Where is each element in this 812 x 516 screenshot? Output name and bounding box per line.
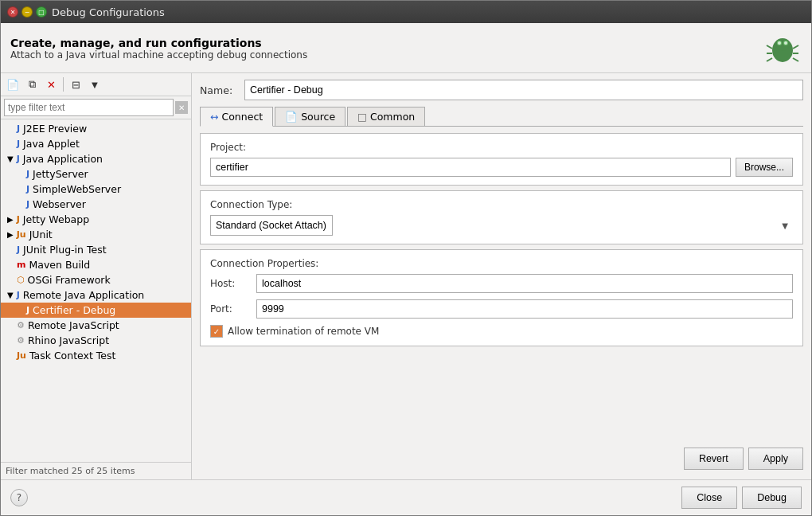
tree-label: Remote Java Application [23,289,144,301]
filter-status: Filter matched 25 of 25 items [1,462,191,479]
allow-termination-row: ✓ Allow termination of remote VM [210,325,793,338]
connect-tab-label: Connect [221,111,263,123]
host-label: Host: [210,278,250,289]
name-row: Name: [200,80,803,100]
right-bottom-buttons: Revert Apply [200,443,803,473]
tree-icon: J [26,199,29,209]
dropdown-arrow-icon: ▼ [782,221,788,230]
connect-tab-icon: ↔ [210,111,218,123]
tree-item-jetty-webapp[interactable]: ▶ J Jetty Webapp [1,212,191,227]
tree-item-webserver[interactable]: J Webserver [1,197,191,212]
window-footer: ? Close Debug [1,479,811,515]
collapse-all-button[interactable]: ⊟ [67,76,84,93]
header-area: Create, manage, and run configurations A… [1,23,811,73]
tree-item-jetty-server[interactable]: J JettyServer [1,166,191,182]
toolbar-separator [63,77,64,92]
common-tab-label: Common [370,111,415,123]
tree-item-java-applet[interactable]: J Java Applet [1,136,191,151]
revert-button[interactable]: Revert [684,448,744,470]
left-panel: 📄 ⧉ ✕ ⊟ ▼ ✕ J J2EE Preview J [1,73,192,479]
host-input[interactable] [256,274,793,293]
tree-icon: J [26,184,29,194]
tree-icon: ⚙ [17,320,25,330]
tabs-row: ↔ Connect 📄 Source □ Common [200,107,803,127]
tree-label: Maven Build [29,259,90,271]
right-panel: Name: ↔ Connect 📄 Source □ Common [192,73,811,479]
browse-button[interactable]: Browse... [736,158,793,177]
tree-toggle-icon: ▶ [7,230,14,239]
filter-button[interactable]: ▼ [86,76,103,93]
tab-source[interactable]: 📄 Source [275,107,345,126]
tree-icon: J [26,169,29,179]
tree-item-osgi[interactable]: ⬡ OSGi Framework [1,272,191,287]
debug-configurations-window: ✕ − □ Debug Configurations Create, manag… [0,0,812,516]
connection-type-select[interactable]: Standard (Socket Attach) [210,215,333,236]
project-section-label: Project: [210,142,793,153]
close-button[interactable]: Close [681,487,737,509]
tree-toggle-icon: ▶ [7,215,14,224]
tree-icon: J [17,214,20,225]
tree-item-simple-web-server[interactable]: J SimpleWebServer [1,182,191,197]
tree-item-task-context[interactable]: Ju Task Context Test [1,348,191,363]
tree-icon: J [17,154,20,164]
apply-button[interactable]: Apply [748,448,803,470]
tree-label: JettyServer [33,168,88,180]
tree-label: JUnit Plug-in Test [23,244,106,256]
tree-item-junit[interactable]: ▶ Ju JUnit [1,227,191,242]
delete-config-button[interactable]: ✕ [42,76,60,93]
maximize-window-button[interactable]: □ [36,6,47,18]
connection-props-section: Connection Properties: Host: Port: ✓ All… [200,249,803,346]
tree-label: Remote JavaScript [28,319,119,331]
tree-icon: J [17,290,20,300]
tree-item-remote-js[interactable]: ⚙ Remote JavaScript [1,318,191,333]
config-tree: J J2EE Preview J Java Applet ▼ J Java Ap… [1,119,191,462]
window-title: Debug Configurations [52,6,165,18]
svg-line-6 [767,58,772,61]
tree-label: Certifier - Debug [33,304,115,316]
tree-icon: J [17,244,20,255]
window-controls: ✕ − □ [7,6,47,18]
search-input[interactable] [4,99,174,116]
search-box: ✕ [1,96,191,119]
tab-common[interactable]: □ Common [347,107,425,126]
new-config-button[interactable]: 📄 [4,76,21,93]
close-window-button[interactable]: ✕ [7,6,18,18]
tree-icon: Ju [17,229,26,240]
tab-connect[interactable]: ↔ Connect [200,107,273,127]
allow-termination-checkbox[interactable]: ✓ [210,325,223,338]
name-label: Name: [200,84,238,96]
port-row: Port: [210,299,793,319]
tree-label: Java Application [23,153,103,165]
debug-button[interactable]: Debug [742,487,802,509]
bug-icon [763,29,802,68]
help-button[interactable]: ? [10,489,28,506]
tree-label: J2EE Preview [23,123,87,135]
project-input[interactable] [210,158,731,177]
tree-item-certifier-debug[interactable]: J Certifier - Debug [1,303,191,318]
tree-toggle-icon: ▼ [7,154,14,163]
minimize-window-button[interactable]: − [21,6,33,18]
tree-label: Webserver [33,198,86,210]
svg-line-7 [793,45,798,49]
search-clear-button[interactable]: ✕ [175,101,188,114]
tree-icon: ⬡ [17,275,25,285]
tree-label: Jetty Webapp [23,213,89,225]
common-tab-icon: □ [357,111,367,123]
tree-item-rhino-js[interactable]: ⚙ Rhino JavaScript [1,333,191,348]
tree-icon: m [17,260,25,270]
host-row: Host: [210,274,793,293]
left-toolbar: 📄 ⧉ ✕ ⊟ ▼ [1,73,191,96]
tree-item-junit-plugin[interactable]: J JUnit Plug-in Test [1,242,191,257]
port-input[interactable] [256,299,793,319]
tree-item-remote-java[interactable]: ▼ J Remote Java Application [1,287,191,303]
tree-item-maven[interactable]: m Maven Build [1,257,191,272]
duplicate-config-button[interactable]: ⧉ [23,76,41,93]
connection-type-dropdown-wrapper: Standard (Socket Attach) ▼ [210,215,793,236]
tree-item-j2ee[interactable]: J J2EE Preview [1,121,191,136]
connection-props-label: Connection Properties: [210,258,793,269]
title-bar: ✕ − □ Debug Configurations [1,1,811,23]
connection-type-section: Connection Type: Standard (Socket Attach… [200,190,803,244]
source-tab-icon: 📄 [285,111,298,123]
name-input[interactable] [244,80,803,100]
tree-item-java-application[interactable]: ▼ J Java Application [1,151,191,166]
